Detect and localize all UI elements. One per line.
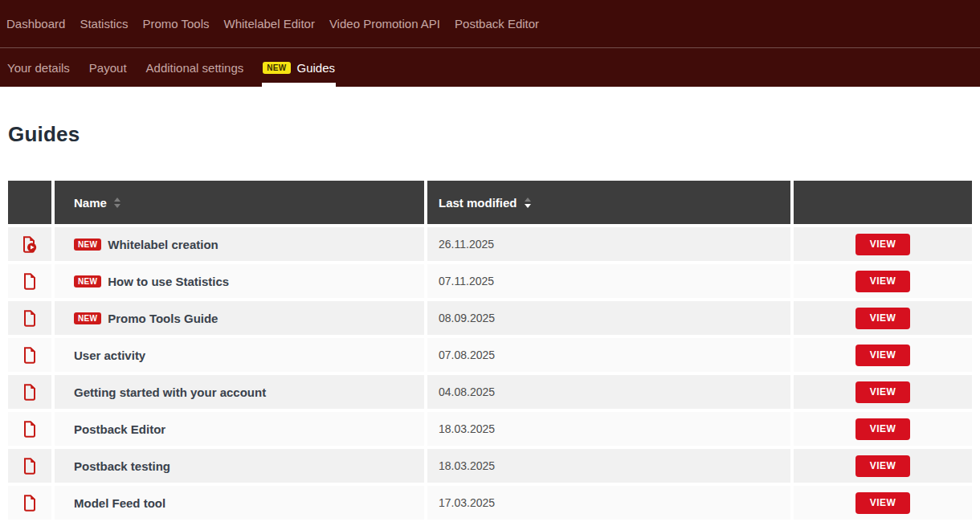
row-file-type-cell bbox=[8, 264, 51, 298]
file-icon bbox=[22, 346, 37, 365]
header-name-label: Name bbox=[74, 196, 107, 210]
guides-table: Name Last modified NEWWhitelabel creatio… bbox=[8, 181, 972, 520]
guide-name: Postback Editor bbox=[74, 422, 165, 436]
header-last-modified-label: Last modified bbox=[439, 196, 517, 210]
view-button[interactable]: VIEW bbox=[855, 455, 910, 477]
view-button[interactable]: VIEW bbox=[855, 234, 910, 255]
view-button[interactable]: VIEW bbox=[855, 271, 910, 292]
row-name-cell: NEWPromo Tools Guide bbox=[55, 301, 424, 335]
row-file-type-cell bbox=[8, 375, 51, 409]
new-badge: NEW bbox=[74, 239, 101, 251]
row-last-modified-cell: 18.03.2025 bbox=[427, 449, 790, 483]
file-icon bbox=[22, 272, 37, 291]
row-action-cell: VIEW bbox=[794, 301, 972, 335]
nav-item-statistics[interactable]: Statistics bbox=[80, 17, 128, 31]
row-last-modified-cell: 07.11.2025 bbox=[427, 264, 790, 298]
tab-payout[interactable]: Payout bbox=[88, 48, 128, 87]
row-file-type-cell bbox=[8, 412, 51, 446]
nav-item-promo-tools[interactable]: Promo Tools bbox=[142, 17, 209, 31]
row-name-cell: User activity bbox=[55, 338, 424, 372]
header-name[interactable]: Name bbox=[55, 181, 424, 224]
sub-nav: Your detailsPayoutAdditional settingsNEW… bbox=[0, 48, 980, 87]
header-icon-column bbox=[8, 181, 51, 224]
file-icon bbox=[22, 309, 37, 328]
row-last-modified-cell: 04.08.2025 bbox=[427, 375, 790, 409]
guide-name: Getting started with your account bbox=[74, 385, 266, 399]
tab-label: Additional settings bbox=[146, 61, 244, 75]
row-file-type-cell bbox=[8, 338, 51, 372]
guide-name: How to use Statistics bbox=[108, 275, 229, 288]
tab-label: Guides bbox=[297, 61, 336, 75]
file-icon bbox=[22, 457, 37, 475]
row-file-type-cell bbox=[8, 227, 51, 261]
file-icon bbox=[22, 494, 37, 512]
row-name-cell: Model Feed tool bbox=[55, 486, 424, 520]
tab-label: Payout bbox=[89, 61, 127, 75]
row-action-cell: VIEW bbox=[794, 486, 972, 520]
row-name-cell: NEWWhitelabel creation bbox=[55, 227, 424, 261]
guide-name: Promo Tools Guide bbox=[108, 312, 218, 325]
row-action-cell: VIEW bbox=[794, 375, 972, 409]
tab-additional-settings[interactable]: Additional settings bbox=[145, 48, 245, 87]
new-badge: NEW bbox=[263, 62, 290, 74]
view-button[interactable]: VIEW bbox=[855, 418, 910, 440]
new-badge: NEW bbox=[74, 312, 101, 324]
row-last-modified-cell: 18.03.2025 bbox=[427, 412, 790, 446]
file-icon bbox=[22, 420, 37, 438]
nav-item-dashboard[interactable]: Dashboard bbox=[6, 17, 65, 31]
view-button[interactable]: VIEW bbox=[855, 381, 910, 403]
row-name-cell: Postback Editor bbox=[55, 412, 424, 446]
row-last-modified-cell: 08.09.2025 bbox=[427, 301, 790, 335]
guide-name: Whitelabel creation bbox=[108, 238, 218, 251]
row-last-modified-cell: 07.08.2025 bbox=[427, 338, 790, 372]
row-action-cell: VIEW bbox=[794, 227, 972, 261]
header-last-modified[interactable]: Last modified bbox=[427, 181, 790, 224]
row-file-type-cell bbox=[8, 486, 51, 520]
row-name-cell: NEWHow to use Statistics bbox=[55, 264, 424, 298]
nav-item-postback-editor[interactable]: Postback Editor bbox=[455, 17, 539, 31]
guide-name: Model Feed tool bbox=[74, 496, 165, 510]
main-nav: DashboardStatisticsPromo ToolsWhitelabel… bbox=[0, 0, 980, 48]
content-area: Guides Name Last modified NEWWhitelabel … bbox=[0, 87, 980, 520]
file-icon bbox=[22, 383, 37, 402]
view-button[interactable]: VIEW bbox=[855, 308, 910, 329]
row-file-type-cell bbox=[8, 301, 51, 335]
row-action-cell: VIEW bbox=[794, 449, 972, 483]
row-action-cell: VIEW bbox=[794, 338, 972, 372]
row-action-cell: VIEW bbox=[794, 412, 972, 446]
row-last-modified-cell: 26.11.2025 bbox=[427, 227, 790, 261]
tab-guides[interactable]: NEWGuides bbox=[262, 48, 336, 87]
guide-name: User activity bbox=[74, 349, 145, 362]
row-name-cell: Getting started with your account bbox=[55, 375, 424, 409]
row-file-type-cell bbox=[8, 449, 51, 483]
tab-label: Your details bbox=[7, 61, 70, 75]
guide-name: Postback testing bbox=[74, 459, 170, 473]
view-button[interactable]: VIEW bbox=[855, 492, 910, 514]
page-title: Guides bbox=[8, 122, 972, 147]
video-file-icon bbox=[22, 235, 38, 254]
header-actions-column bbox=[794, 181, 972, 224]
new-badge: NEW bbox=[74, 275, 101, 287]
row-action-cell: VIEW bbox=[794, 264, 972, 298]
row-name-cell: Postback testing bbox=[55, 449, 424, 483]
sort-icon bbox=[525, 198, 531, 208]
row-last-modified-cell: 17.03.2025 bbox=[427, 486, 790, 520]
view-button[interactable]: VIEW bbox=[855, 345, 910, 366]
tab-your-details[interactable]: Your details bbox=[6, 48, 71, 87]
nav-item-whitelabel-editor[interactable]: Whitelabel Editor bbox=[224, 17, 315, 31]
sort-icon bbox=[114, 198, 120, 208]
nav-item-video-promotion-api[interactable]: Video Promotion API bbox=[329, 17, 440, 31]
